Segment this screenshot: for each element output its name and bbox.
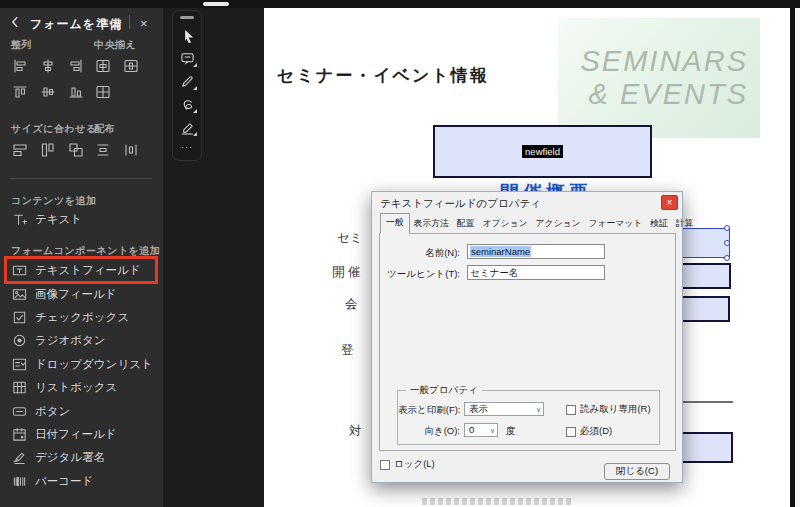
- canvas-margin: [795, 8, 800, 507]
- sidebar-item-dropdown-list[interactable]: ドロップダウンリスト: [8, 353, 156, 376]
- back-button[interactable]: [6, 14, 24, 32]
- checkbox-box-icon: [566, 405, 576, 415]
- digital-signature-icon: [12, 450, 27, 465]
- dialog-close-icon[interactable]: ×: [661, 195, 678, 210]
- sidebar-item-radio-button[interactable]: ラジオボタン: [8, 329, 156, 352]
- tab-position[interactable]: 配置: [453, 215, 479, 234]
- match-width-icon[interactable]: [7, 138, 33, 162]
- size-icon-grid: [7, 138, 91, 164]
- sidebar-item-list-box[interactable]: リストボックス: [8, 376, 156, 399]
- form-field-label: 登: [341, 342, 354, 359]
- center-vertically-icon[interactable]: [118, 54, 144, 78]
- toolbar-drag-handle[interactable]: [180, 16, 194, 19]
- sidebar-item-checkbox[interactable]: チェックボックス: [8, 306, 156, 329]
- match-height-icon[interactable]: [35, 138, 61, 162]
- sidebar-item-label: 日付フィールド: [35, 427, 117, 442]
- sidebar-item-text-field[interactable]: テキストフィールド: [8, 259, 156, 282]
- align-center-horizontal-icon[interactable]: [35, 54, 61, 78]
- resize-handle[interactable]: [724, 225, 730, 231]
- selected-text: seminarName: [470, 246, 531, 257]
- form-field-label: 開 催: [332, 264, 360, 281]
- sidebar-item-label: バーコード: [35, 474, 93, 489]
- back-chevron-icon: [8, 17, 22, 32]
- distribute-vertically-icon[interactable]: [90, 138, 116, 162]
- chevron-down-icon: ∨: [490, 425, 495, 437]
- faint-document-text: [422, 498, 572, 505]
- sidebar-item-label: チェックボックス: [35, 310, 129, 325]
- more-options-button[interactable]: ···: [104, 10, 127, 32]
- dropdown-value: 0: [469, 424, 474, 435]
- field-name-chip: newfield: [522, 145, 563, 158]
- panel-close-button[interactable]: ×: [136, 12, 152, 35]
- sidebar-header: フォームを準備 ··· ×: [0, 13, 163, 33]
- sidebar-item-digital-signature[interactable]: デジタル署名: [8, 446, 156, 469]
- form-field-label: 対: [349, 423, 362, 440]
- comment-tool-icon[interactable]: [174, 47, 200, 70]
- sidebar-item-date-field[interactable]: 日付フィールド: [8, 423, 156, 446]
- align-middle-icon[interactable]: [35, 80, 61, 104]
- toolbar-more-button[interactable]: ···: [179, 140, 195, 154]
- form-component-list: テキストフィールド画像フィールドチェックボックスラジオボタンドロップダウンリスト…: [8, 259, 156, 493]
- name-field-label: 名前(N):: [380, 247, 460, 260]
- align-top-icon[interactable]: [7, 80, 33, 104]
- name-input[interactable]: seminarName: [467, 244, 605, 259]
- resize-handle[interactable]: [724, 255, 730, 261]
- form-field-label: 会: [345, 296, 358, 313]
- dropdown-icon: [12, 357, 27, 372]
- center-both-icon[interactable]: [90, 80, 116, 104]
- align-bottom-icon[interactable]: [63, 80, 89, 104]
- distribute-icon-grid: [90, 138, 146, 164]
- tab-format[interactable]: フォーマット: [584, 215, 646, 234]
- close-dialog-button[interactable]: 閉じる(C): [604, 463, 670, 480]
- general-properties-groupbox: 一般プロパティ 表示と印刷(F): 表示 ∨ 読み取り専用(R) 向き(O): …: [397, 390, 660, 445]
- tooltip-input[interactable]: セミナー名: [467, 265, 605, 280]
- seminar-name-form-field[interactable]: newfield: [433, 125, 652, 178]
- display-print-label: 表示と印刷(F):: [398, 404, 460, 417]
- tab-validate[interactable]: 検証: [646, 215, 672, 234]
- watermark-banner: SEMINARS & EVENTS: [558, 18, 760, 138]
- center-icon-grid: [90, 54, 146, 106]
- resize-handle[interactable]: [724, 240, 730, 246]
- lock-label: ロック(L): [394, 458, 435, 471]
- sidebar-item-barcode[interactable]: バーコード: [8, 470, 156, 493]
- text-field-icon: [12, 263, 27, 278]
- orientation-dropdown[interactable]: 0 ∨: [464, 423, 498, 437]
- readonly-label: 読み取り専用(R): [580, 403, 651, 416]
- align-left-icon[interactable]: [7, 54, 33, 78]
- required-checkbox[interactable]: 必須(D): [566, 425, 612, 438]
- pencil-tool-icon[interactable]: [174, 70, 200, 93]
- radio-icon: [12, 333, 27, 348]
- sidebar-item-button[interactable]: ボタン: [8, 399, 156, 422]
- chevron-down-icon: ∨: [536, 404, 541, 416]
- tab-actions[interactable]: アクション: [531, 215, 584, 234]
- prepare-form-sidebar: フォームを準備 ··· × 整列 中央揃え サイズに合わせる 配布 コンテンツを…: [0, 8, 163, 507]
- readonly-checkbox[interactable]: 読み取り専用(R): [566, 403, 651, 416]
- align-right-icon[interactable]: [63, 54, 89, 78]
- tab-general[interactable]: 一般: [380, 213, 410, 234]
- degree-label: 度: [506, 425, 516, 438]
- draw-tool-icon[interactable]: [174, 93, 200, 116]
- sidebar-item-label: 画像フィールド: [35, 287, 117, 302]
- display-print-dropdown[interactable]: 表示 ∨: [464, 402, 544, 416]
- center-horizontally-icon[interactable]: [90, 54, 116, 78]
- watermark-text-line1: SEMINARS: [581, 45, 748, 78]
- sidebar-item-image-field[interactable]: 画像フィールド: [8, 282, 156, 305]
- tab-calculate[interactable]: 計算: [672, 215, 698, 234]
- window-top-strip: [0, 0, 800, 8]
- barcode-icon: [12, 474, 27, 489]
- highlight-tool-icon[interactable]: [174, 116, 200, 139]
- add-content-section-label: コンテンツを追加: [11, 194, 96, 208]
- lock-checkbox[interactable]: ロック(L): [380, 458, 435, 471]
- add-text-icon: [12, 212, 27, 227]
- center-section-label: 中央揃え: [94, 38, 136, 52]
- distribute-horizontally-icon[interactable]: [118, 138, 144, 162]
- select-tool-icon[interactable]: [174, 24, 200, 47]
- drag-handle[interactable]: [203, 2, 229, 6]
- checkbox-icon: [12, 310, 27, 325]
- sidebar-item-text[interactable]: テキスト: [12, 212, 82, 227]
- tab-appearance[interactable]: 表示方法: [410, 215, 453, 234]
- match-both-icon[interactable]: [63, 138, 89, 162]
- tab-options[interactable]: オプション: [478, 215, 531, 234]
- sidebar-item-label: ドロップダウンリスト: [35, 357, 153, 372]
- groupbox-legend: 一般プロパティ: [406, 384, 482, 397]
